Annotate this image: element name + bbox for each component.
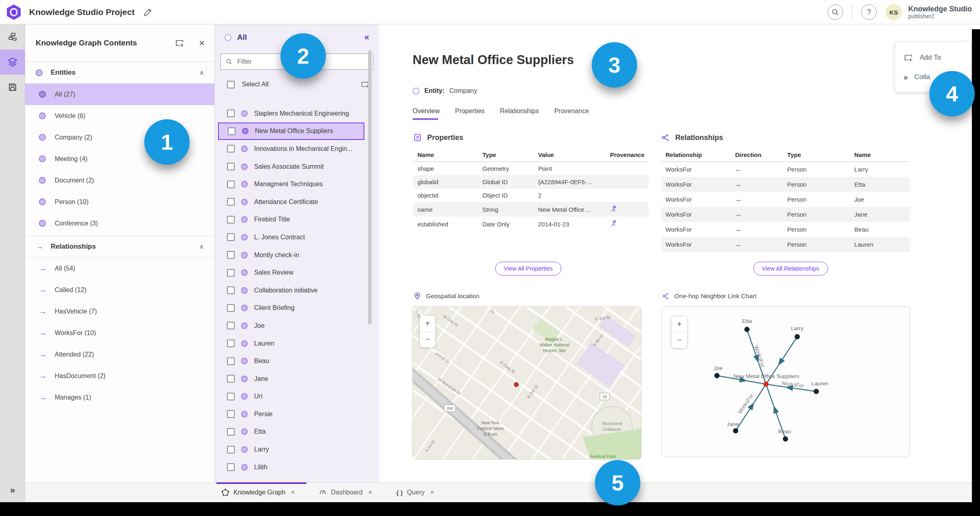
list-item[interactable]: L. Jones Contract [215, 228, 379, 246]
edit-title-icon[interactable] [143, 8, 152, 17]
item-checkbox[interactable] [227, 145, 235, 153]
relationship-link[interactable]: WorksFor [661, 162, 731, 177]
list-item[interactable]: Larry [215, 441, 379, 458]
rel-filter-worksfor[interactable]: → WorksFor (10) [25, 322, 214, 344]
list-item[interactable]: Montly check-in [215, 246, 379, 264]
item-checkbox[interactable] [228, 127, 235, 135]
expand-rail-button[interactable]: » [0, 485, 25, 496]
list-item[interactable]: Lauren [215, 335, 379, 353]
relationship-link[interactable]: WorksFor [661, 207, 731, 222]
list-item[interactable]: Sales Review [215, 264, 379, 282]
view-all-properties-button[interactable]: View All Properties [495, 262, 561, 275]
entity-link[interactable]: Etta [850, 177, 910, 192]
list-item[interactable]: Uri [215, 388, 379, 406]
relationship-link[interactable]: WorksFor [661, 192, 731, 207]
item-checkbox[interactable] [227, 251, 235, 259]
rel-filter-hasvehicle[interactable]: → HasVehicle (7) [25, 301, 214, 322]
relationship-row[interactable]: WorksFor ← Person Larry [661, 162, 910, 177]
geospatial-map[interactable]: k Rd Sa W Clay St E Clay St arshall St W… [412, 306, 642, 460]
entity-link[interactable]: Joe [850, 192, 910, 207]
entity-filter-vehicle[interactable]: Vehicle (6) [25, 105, 214, 127]
collapse-entities-icon[interactable]: ∧ [199, 69, 204, 76]
tab-provenance[interactable]: Provenance [554, 108, 589, 120]
list-item[interactable]: Joe [215, 317, 379, 335]
item-checkbox[interactable] [227, 446, 235, 454]
node-beau[interactable] [783, 436, 788, 442]
node-etta[interactable] [745, 327, 750, 332]
data-model-button[interactable] [0, 24, 25, 49]
collapse-panel-icon[interactable]: « [364, 32, 369, 43]
add-to-menu-item[interactable]: Add To [895, 48, 971, 67]
entity-filter-conference[interactable]: Conference (3) [25, 213, 214, 234]
one-hop-link-chart[interactable]: Etta Larry Joe Lauren Jane Beau New Meta… [661, 306, 910, 457]
relationship-row[interactable]: WorksFor ← Person Beau [661, 222, 910, 237]
relationship-row[interactable]: WorksFor ← Person Etta [661, 177, 910, 192]
list-item[interactable]: Collaboration initiative [215, 282, 379, 299]
list-item-selected[interactable]: New Metal Office Suppliers [218, 123, 364, 140]
item-checkbox[interactable] [227, 393, 235, 400]
list-item[interactable]: Innovations in Mechanical Engin... [215, 140, 379, 158]
provenance-flag-icon[interactable] [610, 205, 617, 212]
item-checkbox[interactable] [227, 340, 235, 347]
tab-query[interactable]: { } Query × [396, 489, 434, 496]
map-canvas[interactable]: k Rd Sa W Clay St E Clay St arshall St W… [413, 307, 642, 460]
list-item[interactable]: Client Briefing [215, 299, 379, 317]
list-item[interactable]: Persie [215, 405, 379, 423]
list-item[interactable]: Lilith [215, 458, 379, 476]
item-checkbox[interactable] [227, 428, 235, 436]
rel-filter-hasdocument[interactable]: → HasDocument (2) [25, 365, 214, 387]
zoom-in-button[interactable]: + [420, 316, 435, 332]
rel-filter-attended[interactable]: → Attended (22) [25, 344, 214, 365]
close-tab-icon[interactable]: × [368, 489, 372, 496]
tab-dashboard[interactable]: Dashboard × [319, 489, 372, 497]
node-lauren[interactable] [814, 389, 819, 394]
tab-relationships[interactable]: Relationships [500, 108, 539, 120]
node-joe[interactable] [715, 373, 720, 378]
item-checkbox[interactable] [227, 110, 235, 117]
list-item[interactable]: Managment Techniques [215, 175, 379, 193]
entity-link[interactable]: Jane [850, 207, 910, 222]
entity-filter-all[interactable]: All (27) [25, 84, 214, 105]
item-checkbox[interactable] [227, 304, 235, 312]
relationship-link[interactable]: WorksFor [661, 237, 731, 252]
zoom-out-button[interactable]: − [420, 332, 435, 348]
node-jane[interactable] [733, 428, 738, 434]
entity-link[interactable]: Larry [850, 162, 910, 177]
provenance-flag-icon[interactable] [610, 220, 617, 227]
tab-properties[interactable]: Properties [455, 108, 485, 120]
view-all-relationships-button[interactable]: View All Relationships [753, 262, 828, 275]
list-scrollbar[interactable] [368, 50, 372, 325]
item-checkbox[interactable] [227, 375, 235, 383]
relationship-link[interactable]: WorksFor [661, 222, 731, 237]
save-button[interactable] [0, 75, 25, 100]
add-to-new-icon[interactable] [175, 38, 184, 48]
list-item[interactable]: Sales Associate Summit [215, 158, 379, 176]
entity-filter-document[interactable]: Document (2) [25, 170, 214, 191]
node-center[interactable] [764, 382, 769, 387]
avatar[interactable]: KS [886, 4, 902, 20]
list-item[interactable]: Staplers Mechanical Engineering [215, 105, 379, 123]
relationship-link[interactable]: WorksFor [661, 177, 731, 192]
list-item[interactable]: Etta [215, 423, 379, 441]
relationship-row[interactable]: WorksFor ← Person Joe [661, 192, 910, 207]
entity-link[interactable]: Beau [850, 222, 910, 237]
tab-overview[interactable]: Overview [413, 108, 440, 120]
zoom-in-button[interactable]: + [672, 316, 687, 333]
contents-button[interactable] [0, 49, 25, 75]
property-row[interactable]: objectid Object ID 2 [413, 189, 648, 202]
entity-link[interactable]: Lauren [850, 237, 910, 252]
item-checkbox[interactable] [227, 286, 235, 294]
rel-filter-all[interactable]: → All (54) [25, 258, 214, 279]
collapse-relationships-icon[interactable]: ∧ [199, 243, 204, 250]
tab-knowledge-graph[interactable]: Knowledge Graph × [221, 488, 295, 497]
item-checkbox[interactable] [227, 322, 235, 329]
property-row[interactable]: shape Geometry Point [413, 162, 648, 176]
node-larry[interactable] [795, 334, 800, 340]
property-row[interactable]: globalid Global ID {A228944F-0EF5-... [413, 175, 648, 189]
relationship-row[interactable]: WorksFor ← Person Jane [661, 207, 910, 222]
rel-filter-called[interactable]: → Called (12) [25, 279, 214, 301]
relationship-row[interactable]: WorksFor ← Person Lauren [661, 237, 910, 252]
item-checkbox[interactable] [227, 357, 235, 365]
item-checkbox[interactable] [227, 216, 235, 224]
item-checkbox[interactable] [227, 269, 235, 277]
